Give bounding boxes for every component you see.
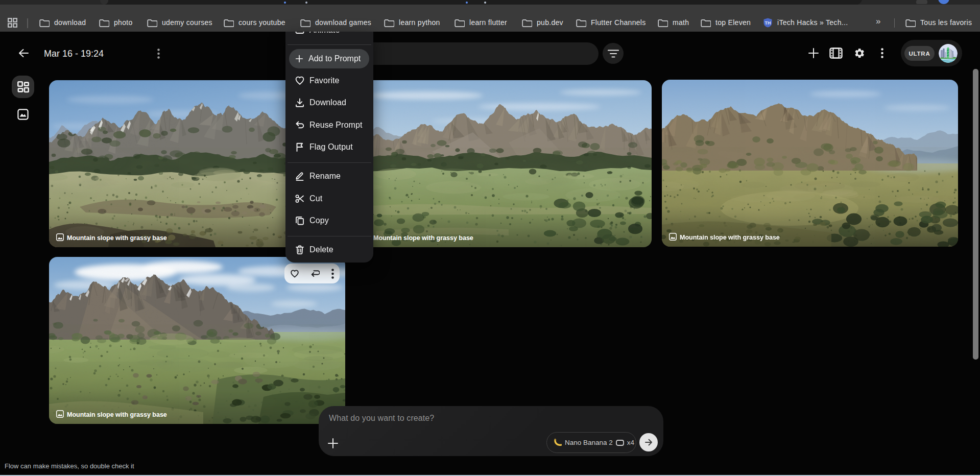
svg-text:Mountain slope with grassy bas: Mountain slope with grassy base: [67, 411, 167, 418]
svg-text:TH: TH: [765, 20, 771, 26]
svg-text:Mountain slope with grassy bas: Mountain slope with grassy base: [373, 234, 473, 242]
svg-text:Mountain slope with grassy bas: Mountain slope with grassy base: [680, 234, 780, 241]
svg-text:Mountain slope with grassy bas: Mountain slope with grassy base: [67, 234, 167, 242]
